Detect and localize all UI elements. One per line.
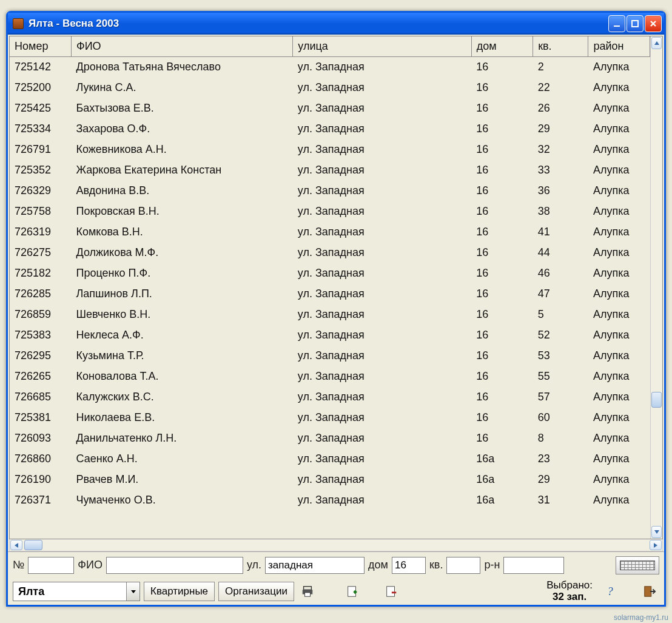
cell-nomer: 726275 <box>10 243 71 263</box>
input-ulica[interactable] <box>265 557 365 574</box>
table-row[interactable]: 726860Саенко А.Н.ул. Западная16а23Алупка <box>10 449 650 470</box>
cell-ulica: ул. Западная <box>293 160 471 181</box>
table-row[interactable]: 725383Неклеса А.Ф.ул. Западная1652Алупка <box>10 325 650 346</box>
col-fio[interactable]: ФИО <box>71 36 292 57</box>
col-dom[interactable]: дом <box>471 36 533 57</box>
data-table-container: Номер ФИО улица дом кв. район 725142Дрон… <box>9 36 663 539</box>
col-rayon[interactable]: район <box>588 36 650 57</box>
cell-ulica: ул. Западная <box>293 57 471 78</box>
cell-dom: 16 <box>471 98 533 119</box>
cell-rayon: Алупка <box>588 57 650 78</box>
cell-dom: 16 <box>471 140 533 160</box>
vertical-scrollbar[interactable] <box>650 36 662 539</box>
cell-fio: Данильчатенко Л.Н. <box>71 428 292 449</box>
scroll-thumb[interactable] <box>651 392 662 408</box>
input-rayon[interactable] <box>503 557 564 574</box>
input-fio[interactable] <box>106 557 243 574</box>
cell-kv: 44 <box>533 243 588 263</box>
on-screen-keyboard-button[interactable] <box>616 556 659 574</box>
hscroll-track[interactable] <box>23 539 649 551</box>
col-ulica[interactable]: улица <box>293 36 471 57</box>
cell-fio: Должикова М.Ф. <box>71 243 292 263</box>
maximize-button[interactable] <box>627 15 643 32</box>
city-combobox[interactable]: Ялта <box>13 582 140 601</box>
table-row[interactable]: 726859Шевченко В.Н.ул. Западная165Алупка <box>10 305 650 325</box>
city-combobox-text: Ялта <box>13 583 126 601</box>
cell-kv: 29 <box>533 470 588 490</box>
input-nomer[interactable] <box>28 557 74 574</box>
table-row[interactable]: 726791Кожевникова А.Н.ул. Западная1632Ал… <box>10 140 650 160</box>
minimize-button[interactable] <box>608 15 625 32</box>
input-kv[interactable] <box>446 557 480 574</box>
cell-nomer: 726791 <box>10 140 71 160</box>
cell-rayon: Алупка <box>588 140 650 160</box>
table-row[interactable]: 725182Проценко П.Ф.ул. Западная1646Алупк… <box>10 263 650 284</box>
svg-rect-4 <box>304 593 310 596</box>
scroll-down-button[interactable] <box>651 526 662 538</box>
table-row[interactable]: 726190Рвачев М.И.ул. Западная16а29Алупка <box>10 470 650 490</box>
table-row[interactable]: 726685Калужских В.С.ул. Западная1657Алуп… <box>10 387 650 408</box>
horizontal-scrollbar[interactable] <box>9 539 663 551</box>
add-record-button[interactable] <box>343 582 362 601</box>
table-row[interactable]: 725381Николаева Е.В.ул. Западная1660Алуп… <box>10 408 650 428</box>
table-row[interactable]: 726371Чумаченко О.В.ул. Западная16а31Алу… <box>10 490 650 511</box>
cell-dom: 16 <box>471 284 533 305</box>
cell-fio: Лукина С.А. <box>71 78 292 98</box>
cell-fio: Лапшинов Л.П. <box>71 284 292 305</box>
table-row[interactable]: 725334Захарова О.Ф.ул. Западная1629Алупк… <box>10 119 650 140</box>
titlebar[interactable]: Ялта - Весна 2003 <box>8 13 664 35</box>
table-row[interactable]: 726329Авдонина В.В.ул. Западная1636Алупк… <box>10 181 650 201</box>
col-nomer[interactable]: Номер <box>10 36 71 57</box>
table-row[interactable]: 726275Должикова М.Ф.ул. Западная1644Алуп… <box>10 243 650 263</box>
cell-ulica: ул. Западная <box>293 346 471 366</box>
col-kv[interactable]: кв. <box>533 36 588 57</box>
cell-nomer: 726319 <box>10 222 71 243</box>
help-button[interactable]: ? <box>601 582 620 601</box>
cell-dom: 16 <box>471 346 533 366</box>
scroll-left-button[interactable] <box>10 540 22 550</box>
delete-record-button[interactable] <box>381 582 401 601</box>
combobox-dropdown-button[interactable] <box>126 582 139 601</box>
organizacii-button[interactable]: Организации <box>218 582 294 601</box>
table-row[interactable]: 725425Бахтызова Е.В.ул. Западная1626Алуп… <box>10 98 650 119</box>
table-row[interactable]: 726295Кузьмина Т.Р.ул. Западная1653Алупк… <box>10 346 650 366</box>
data-table[interactable]: Номер ФИО улица дом кв. район 725142Дрон… <box>10 36 650 511</box>
cell-nomer: 725334 <box>10 119 71 140</box>
scroll-track[interactable] <box>651 50 662 525</box>
cell-dom: 16а <box>471 470 533 490</box>
cell-nomer: 725182 <box>10 263 71 284</box>
table-row[interactable]: 726319Комкова В.Н.ул. Западная1641Алупка <box>10 222 650 243</box>
table-row[interactable]: 725758Покровская В.Н.ул. Западная1638Алу… <box>10 201 650 222</box>
table-row[interactable]: 725200Лукина С.А.ул. Западная1622Алупка <box>10 78 650 98</box>
table-row[interactable]: 726265Коновалова Т.А.ул. Западная1655Алу… <box>10 366 650 387</box>
cell-fio: Николаева Е.В. <box>71 408 292 428</box>
kvartirnye-button[interactable]: Квартирные <box>144 582 215 601</box>
cell-nomer: 726265 <box>10 366 71 387</box>
print-button[interactable] <box>298 582 317 601</box>
cell-nomer: 726859 <box>10 305 71 325</box>
table-row[interactable]: 726285Лапшинов Л.П.ул. Западная1647Алупк… <box>10 284 650 305</box>
cell-rayon: Алупка <box>588 490 650 511</box>
cell-ulica: ул. Западная <box>293 119 471 140</box>
table-row[interactable]: 725142Дронова Татьяна Вячеславоул. Запад… <box>10 57 650 78</box>
scroll-right-button[interactable] <box>650 540 662 550</box>
scroll-up-button[interactable] <box>651 37 662 49</box>
cell-dom: 16а <box>471 490 533 511</box>
cell-nomer: 726285 <box>10 284 71 305</box>
cell-fio: Коновалова Т.А. <box>71 366 292 387</box>
input-dom[interactable] <box>392 557 426 574</box>
table-row[interactable]: 726093Данильчатенко Л.Н.ул. Западная168А… <box>10 428 650 449</box>
cell-nomer: 725352 <box>10 160 71 181</box>
cell-nomer: 726093 <box>10 428 71 449</box>
close-button[interactable] <box>645 15 662 32</box>
cell-rayon: Алупка <box>588 201 650 222</box>
exit-button[interactable] <box>640 582 659 601</box>
cell-nomer: 725425 <box>10 98 71 119</box>
cell-fio: Захарова О.Ф. <box>71 119 292 140</box>
app-window: Ялта - Весна 2003 Номер ФИО улица дом <box>6 11 666 607</box>
hscroll-thumb[interactable] <box>24 540 42 550</box>
table-row[interactable]: 725352Жаркова Екатерина Констанул. Запад… <box>10 160 650 181</box>
table-header[interactable]: Номер ФИО улица дом кв. район <box>10 36 650 57</box>
cell-dom: 16 <box>471 181 533 201</box>
cell-kv: 41 <box>533 222 588 243</box>
